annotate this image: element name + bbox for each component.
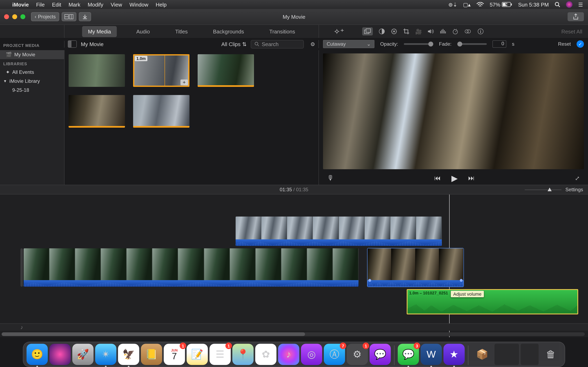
overlay-mode-select[interactable]: Cutaway⌄	[323, 40, 374, 48]
clip-audio-waveform[interactable]	[367, 280, 463, 287]
dock-finder[interactable]: 🙂	[26, 344, 48, 365]
dock-feedback[interactable]: 💬	[370, 344, 391, 365]
color-balance-icon[interactable]	[379, 28, 385, 35]
dock-siri[interactable]	[49, 344, 71, 365]
dock-mail[interactable]: 🦅	[118, 344, 139, 365]
volume-icon[interactable]	[428, 29, 434, 34]
opacity-slider[interactable]	[404, 43, 433, 45]
layout-toggle-button[interactable]	[62, 12, 77, 21]
reset-overlay-button[interactable]: Reset	[558, 41, 571, 47]
search-input[interactable]: Search	[251, 40, 304, 48]
tab-my-media[interactable]: My Media	[82, 26, 117, 37]
import-button[interactable]	[79, 12, 91, 21]
dock-safari[interactable]: ✴	[95, 344, 116, 365]
media-clip[interactable]	[69, 95, 125, 128]
status-airplay-icon[interactable]: ▢▴	[463, 1, 471, 8]
fade-handle[interactable]	[460, 279, 463, 282]
sidebar-all-events[interactable]: ✦ All Events	[0, 68, 64, 77]
dock-reminders[interactable]: ☰1	[209, 344, 231, 365]
fade-value-field[interactable]: 0	[492, 40, 506, 48]
speed-icon[interactable]	[452, 28, 458, 35]
timeline[interactable]: 8.9s 1.0m – 101027_0251 Adjust volume ♪	[0, 194, 588, 337]
timeline-cutaway-clip[interactable]	[236, 217, 442, 246]
dock-calendar[interactable]: JUN7 1	[164, 344, 185, 365]
dock-launchpad[interactable]: 🚀	[72, 344, 94, 365]
menu-edit[interactable]: Edit	[52, 1, 61, 8]
color-correction-icon[interactable]	[391, 28, 397, 35]
timeline-settings-button[interactable]: Settings	[565, 187, 583, 192]
dock-word[interactable]: W	[421, 344, 442, 365]
background-music-well[interactable]: ♪	[0, 323, 588, 331]
tab-transitions[interactable]: Transitions	[264, 26, 301, 37]
window-minimize[interactable]	[12, 14, 17, 19]
notification-center-icon[interactable]: ☰	[578, 1, 583, 8]
overlay-tab-icon[interactable]	[362, 27, 373, 35]
tab-titles[interactable]: Titles	[169, 26, 193, 37]
sidebar-event[interactable]: 9-25-18	[0, 86, 64, 95]
status-battery[interactable]: 57%	[490, 1, 512, 8]
crop-icon[interactable]	[403, 28, 410, 35]
menu-mark[interactable]: Mark	[69, 1, 80, 8]
media-clip[interactable]	[198, 54, 254, 87]
browser-breadcrumb[interactable]: My Movie	[81, 41, 104, 47]
spotlight-icon[interactable]	[554, 2, 560, 7]
media-clip[interactable]	[69, 54, 125, 87]
info-icon[interactable]	[477, 28, 484, 35]
tab-backgrounds[interactable]: Backgrounds	[207, 26, 250, 37]
dock-podcasts[interactable]: ◎	[301, 344, 322, 365]
dock-notes[interactable]: 📝	[187, 344, 208, 365]
fullscreen-button[interactable]: ⤢	[575, 175, 580, 182]
menu-help[interactable]: Help	[156, 1, 167, 8]
status-wifi-icon[interactable]	[476, 2, 484, 7]
timeline-horizontal-scrollbar[interactable]	[2, 332, 585, 336]
apply-check-icon[interactable]: ✓	[577, 40, 584, 48]
media-clip[interactable]: 1.0m +	[133, 54, 190, 87]
dock-file[interactable]	[521, 344, 539, 365]
dock-preferences[interactable]: ⚙1	[347, 344, 368, 365]
dock-file[interactable]	[494, 344, 519, 365]
play-button[interactable]: ▶	[451, 173, 458, 183]
clip-audio-waveform[interactable]	[24, 280, 359, 287]
reset-all-button[interactable]: Reset All	[561, 28, 582, 34]
window-close[interactable]	[4, 14, 9, 19]
timeline-zoom-slider[interactable]	[525, 189, 561, 190]
dock-itunes[interactable]: ♪	[278, 344, 299, 365]
fade-handle[interactable]	[368, 279, 371, 282]
timeline-clip[interactable]: 8.9s	[367, 248, 463, 287]
preview-canvas[interactable]	[323, 53, 584, 169]
window-zoom[interactable]	[20, 14, 25, 19]
dock-appstore[interactable]: Ⓐ7	[324, 344, 345, 365]
browser-settings-button[interactable]: ⚙	[310, 41, 315, 47]
dock-messages[interactable]: 💬3	[398, 344, 419, 365]
timeline-start-handle[interactable]	[20, 248, 23, 287]
clip-audio-waveform[interactable]	[236, 239, 442, 246]
menu-window[interactable]: Window	[130, 1, 148, 8]
timeline-clip[interactable]	[24, 248, 359, 287]
media-clip[interactable]	[133, 95, 190, 128]
menu-modify[interactable]: Modify	[87, 1, 103, 8]
share-button[interactable]	[568, 12, 584, 21]
add-to-timeline-button[interactable]: +	[181, 80, 188, 85]
noise-reduction-icon[interactable]	[440, 29, 446, 34]
stabilization-icon[interactable]: 🎥	[415, 28, 422, 34]
hide-sidebar-button[interactable]	[68, 40, 77, 48]
enhance-wand-icon[interactable]: ✧⁺	[334, 27, 344, 36]
go-to-start-button[interactable]: ⏮	[434, 175, 441, 182]
menu-view[interactable]: View	[111, 1, 122, 8]
dock-maps[interactable]: 📍	[232, 344, 254, 365]
dock-imovie[interactable]: ★	[443, 344, 465, 365]
status-cloud-icon[interactable]: ⊚⇣	[448, 1, 457, 8]
filters-icon[interactable]	[464, 29, 472, 34]
clip-filter-dropdown[interactable]: All Clips ⇅	[221, 41, 247, 47]
menu-file[interactable]: File	[36, 1, 45, 8]
disclosure-triangle-icon[interactable]: ▼	[3, 79, 7, 83]
dock-trash[interactable]: 🗑	[540, 344, 562, 365]
siri-icon[interactable]	[566, 1, 572, 8]
dock-photos[interactable]: ✿	[255, 344, 277, 365]
status-clock[interactable]: Sun 5:38 PM	[518, 1, 549, 8]
audio-waveform[interactable]	[407, 302, 577, 313]
timeline-audio-clip[interactable]: 1.0m – 101027_0251	[407, 289, 578, 314]
sidebar-project-item[interactable]: 🎬 My Movie	[0, 50, 64, 59]
back-to-projects-button[interactable]: ‹ Projects	[31, 12, 60, 21]
sidebar-library[interactable]: ▼ iMovie Library	[0, 77, 64, 86]
